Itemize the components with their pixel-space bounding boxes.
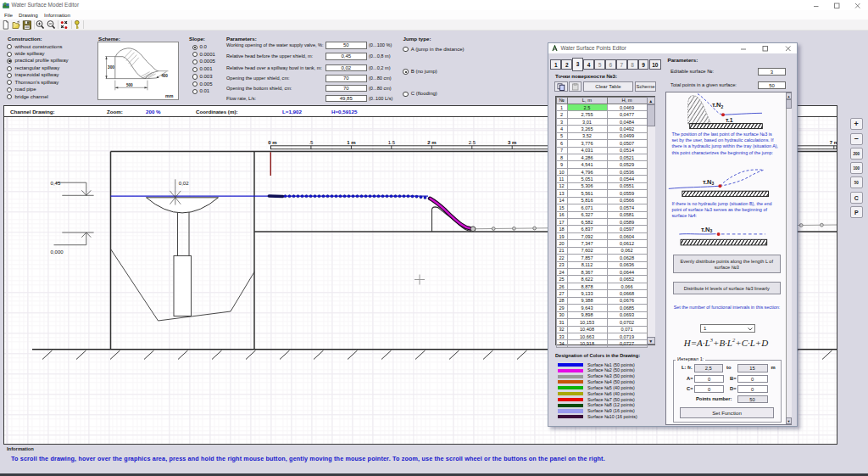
svg-text:2.5: 2.5 xyxy=(469,139,476,144)
svg-text:0,45: 0,45 xyxy=(51,180,61,185)
svg-text:0 m: 0 m xyxy=(268,139,276,144)
svg-text:0,02: 0,02 xyxy=(179,181,189,186)
svg-text:1.5: 1.5 xyxy=(388,139,396,144)
svg-text:7 m: 7 m xyxy=(830,139,837,144)
svg-text:300: 300 xyxy=(108,65,114,70)
svg-text:т.N2: т.N2 xyxy=(712,101,724,109)
svg-text:т.1: т.1 xyxy=(726,117,733,123)
svg-text:1 m: 1 m xyxy=(347,139,355,144)
svg-text:.5: .5 xyxy=(309,139,314,144)
svg-text:400: 400 xyxy=(161,74,168,78)
svg-text:т.N3: т.N3 xyxy=(703,178,715,187)
svg-text:500: 500 xyxy=(126,82,133,87)
svg-text:т.N3: т.N3 xyxy=(701,226,713,234)
svg-text:3 m: 3 m xyxy=(508,139,516,144)
svg-text:0,000: 0,000 xyxy=(51,249,64,254)
svg-text:mm: mm xyxy=(165,92,174,98)
svg-text:2 m: 2 m xyxy=(427,139,436,144)
